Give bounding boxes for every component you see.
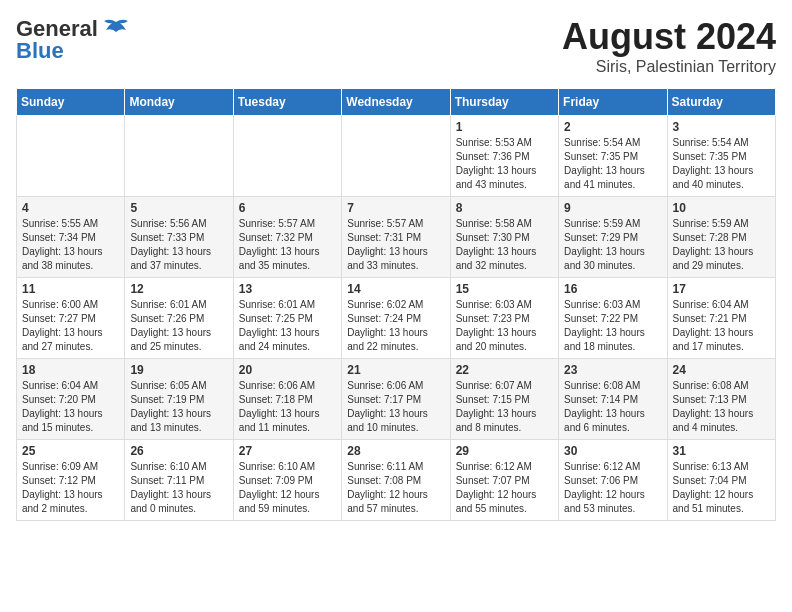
table-row: 7Sunrise: 5:57 AM Sunset: 7:31 PM Daylig… (342, 197, 450, 278)
col-monday: Monday (125, 89, 233, 116)
day-number: 9 (564, 201, 661, 215)
day-info: Sunrise: 6:12 AM Sunset: 7:06 PM Dayligh… (564, 460, 661, 516)
day-info: Sunrise: 6:08 AM Sunset: 7:14 PM Dayligh… (564, 379, 661, 435)
day-info: Sunrise: 5:56 AM Sunset: 7:33 PM Dayligh… (130, 217, 227, 273)
day-info: Sunrise: 6:05 AM Sunset: 7:19 PM Dayligh… (130, 379, 227, 435)
day-info: Sunrise: 6:00 AM Sunset: 7:27 PM Dayligh… (22, 298, 119, 354)
table-row (17, 116, 125, 197)
day-number: 26 (130, 444, 227, 458)
day-number: 27 (239, 444, 336, 458)
day-number: 2 (564, 120, 661, 134)
day-info: Sunrise: 6:07 AM Sunset: 7:15 PM Dayligh… (456, 379, 553, 435)
table-row: 8Sunrise: 5:58 AM Sunset: 7:30 PM Daylig… (450, 197, 558, 278)
day-number: 28 (347, 444, 444, 458)
day-number: 22 (456, 363, 553, 377)
day-info: Sunrise: 5:53 AM Sunset: 7:36 PM Dayligh… (456, 136, 553, 192)
day-number: 14 (347, 282, 444, 296)
day-number: 1 (456, 120, 553, 134)
day-info: Sunrise: 5:57 AM Sunset: 7:32 PM Dayligh… (239, 217, 336, 273)
table-row: 23Sunrise: 6:08 AM Sunset: 7:14 PM Dayli… (559, 359, 667, 440)
day-number: 23 (564, 363, 661, 377)
day-number: 11 (22, 282, 119, 296)
col-wednesday: Wednesday (342, 89, 450, 116)
day-number: 10 (673, 201, 770, 215)
day-info: Sunrise: 6:02 AM Sunset: 7:24 PM Dayligh… (347, 298, 444, 354)
table-row: 22Sunrise: 6:07 AM Sunset: 7:15 PM Dayli… (450, 359, 558, 440)
table-row: 4Sunrise: 5:55 AM Sunset: 7:34 PM Daylig… (17, 197, 125, 278)
col-tuesday: Tuesday (233, 89, 341, 116)
day-info: Sunrise: 6:03 AM Sunset: 7:22 PM Dayligh… (564, 298, 661, 354)
table-row (342, 116, 450, 197)
calendar-week-row: 11Sunrise: 6:00 AM Sunset: 7:27 PM Dayli… (17, 278, 776, 359)
day-number: 15 (456, 282, 553, 296)
table-row: 28Sunrise: 6:11 AM Sunset: 7:08 PM Dayli… (342, 440, 450, 521)
day-info: Sunrise: 6:10 AM Sunset: 7:09 PM Dayligh… (239, 460, 336, 516)
day-info: Sunrise: 6:08 AM Sunset: 7:13 PM Dayligh… (673, 379, 770, 435)
day-info: Sunrise: 6:01 AM Sunset: 7:26 PM Dayligh… (130, 298, 227, 354)
calendar-title: August 2024 (562, 16, 776, 58)
day-number: 24 (673, 363, 770, 377)
title-block: August 2024 Siris, Palestinian Territory (562, 16, 776, 76)
day-info: Sunrise: 6:10 AM Sunset: 7:11 PM Dayligh… (130, 460, 227, 516)
table-row: 20Sunrise: 6:06 AM Sunset: 7:18 PM Dayli… (233, 359, 341, 440)
day-number: 5 (130, 201, 227, 215)
day-number: 4 (22, 201, 119, 215)
table-row (125, 116, 233, 197)
day-number: 19 (130, 363, 227, 377)
day-info: Sunrise: 5:58 AM Sunset: 7:30 PM Dayligh… (456, 217, 553, 273)
day-number: 6 (239, 201, 336, 215)
table-row: 14Sunrise: 6:02 AM Sunset: 7:24 PM Dayli… (342, 278, 450, 359)
table-row: 18Sunrise: 6:04 AM Sunset: 7:20 PM Dayli… (17, 359, 125, 440)
day-number: 7 (347, 201, 444, 215)
table-row: 24Sunrise: 6:08 AM Sunset: 7:13 PM Dayli… (667, 359, 775, 440)
calendar-week-row: 1Sunrise: 5:53 AM Sunset: 7:36 PM Daylig… (17, 116, 776, 197)
calendar-header-row: Sunday Monday Tuesday Wednesday Thursday… (17, 89, 776, 116)
table-row: 15Sunrise: 6:03 AM Sunset: 7:23 PM Dayli… (450, 278, 558, 359)
day-info: Sunrise: 6:11 AM Sunset: 7:08 PM Dayligh… (347, 460, 444, 516)
table-row: 10Sunrise: 5:59 AM Sunset: 7:28 PM Dayli… (667, 197, 775, 278)
table-row: 30Sunrise: 6:12 AM Sunset: 7:06 PM Dayli… (559, 440, 667, 521)
table-row: 13Sunrise: 6:01 AM Sunset: 7:25 PM Dayli… (233, 278, 341, 359)
calendar-week-row: 18Sunrise: 6:04 AM Sunset: 7:20 PM Dayli… (17, 359, 776, 440)
table-row: 19Sunrise: 6:05 AM Sunset: 7:19 PM Dayli… (125, 359, 233, 440)
table-row: 12Sunrise: 6:01 AM Sunset: 7:26 PM Dayli… (125, 278, 233, 359)
day-number: 3 (673, 120, 770, 134)
day-number: 21 (347, 363, 444, 377)
col-friday: Friday (559, 89, 667, 116)
day-info: Sunrise: 6:01 AM Sunset: 7:25 PM Dayligh… (239, 298, 336, 354)
day-info: Sunrise: 5:55 AM Sunset: 7:34 PM Dayligh… (22, 217, 119, 273)
table-row: 5Sunrise: 5:56 AM Sunset: 7:33 PM Daylig… (125, 197, 233, 278)
table-row (233, 116, 341, 197)
table-row: 3Sunrise: 5:54 AM Sunset: 7:35 PM Daylig… (667, 116, 775, 197)
day-info: Sunrise: 5:59 AM Sunset: 7:28 PM Dayligh… (673, 217, 770, 273)
table-row: 17Sunrise: 6:04 AM Sunset: 7:21 PM Dayli… (667, 278, 775, 359)
logo-bird-icon (102, 18, 130, 40)
day-info: Sunrise: 5:57 AM Sunset: 7:31 PM Dayligh… (347, 217, 444, 273)
day-number: 16 (564, 282, 661, 296)
day-info: Sunrise: 6:04 AM Sunset: 7:20 PM Dayligh… (22, 379, 119, 435)
day-number: 31 (673, 444, 770, 458)
day-info: Sunrise: 5:59 AM Sunset: 7:29 PM Dayligh… (564, 217, 661, 273)
table-row: 6Sunrise: 5:57 AM Sunset: 7:32 PM Daylig… (233, 197, 341, 278)
table-row: 31Sunrise: 6:13 AM Sunset: 7:04 PM Dayli… (667, 440, 775, 521)
day-info: Sunrise: 6:12 AM Sunset: 7:07 PM Dayligh… (456, 460, 553, 516)
calendar-table: Sunday Monday Tuesday Wednesday Thursday… (16, 88, 776, 521)
day-info: Sunrise: 5:54 AM Sunset: 7:35 PM Dayligh… (564, 136, 661, 192)
day-number: 18 (22, 363, 119, 377)
calendar-week-row: 25Sunrise: 6:09 AM Sunset: 7:12 PM Dayli… (17, 440, 776, 521)
table-row: 9Sunrise: 5:59 AM Sunset: 7:29 PM Daylig… (559, 197, 667, 278)
table-row: 21Sunrise: 6:06 AM Sunset: 7:17 PM Dayli… (342, 359, 450, 440)
col-saturday: Saturday (667, 89, 775, 116)
page-header: General Blue August 2024 Siris, Palestin… (16, 16, 776, 76)
col-thursday: Thursday (450, 89, 558, 116)
day-info: Sunrise: 6:03 AM Sunset: 7:23 PM Dayligh… (456, 298, 553, 354)
day-info: Sunrise: 6:09 AM Sunset: 7:12 PM Dayligh… (22, 460, 119, 516)
calendar-week-row: 4Sunrise: 5:55 AM Sunset: 7:34 PM Daylig… (17, 197, 776, 278)
table-row: 2Sunrise: 5:54 AM Sunset: 7:35 PM Daylig… (559, 116, 667, 197)
table-row: 11Sunrise: 6:00 AM Sunset: 7:27 PM Dayli… (17, 278, 125, 359)
calendar-subtitle: Siris, Palestinian Territory (562, 58, 776, 76)
table-row: 1Sunrise: 5:53 AM Sunset: 7:36 PM Daylig… (450, 116, 558, 197)
day-info: Sunrise: 5:54 AM Sunset: 7:35 PM Dayligh… (673, 136, 770, 192)
col-sunday: Sunday (17, 89, 125, 116)
day-number: 20 (239, 363, 336, 377)
